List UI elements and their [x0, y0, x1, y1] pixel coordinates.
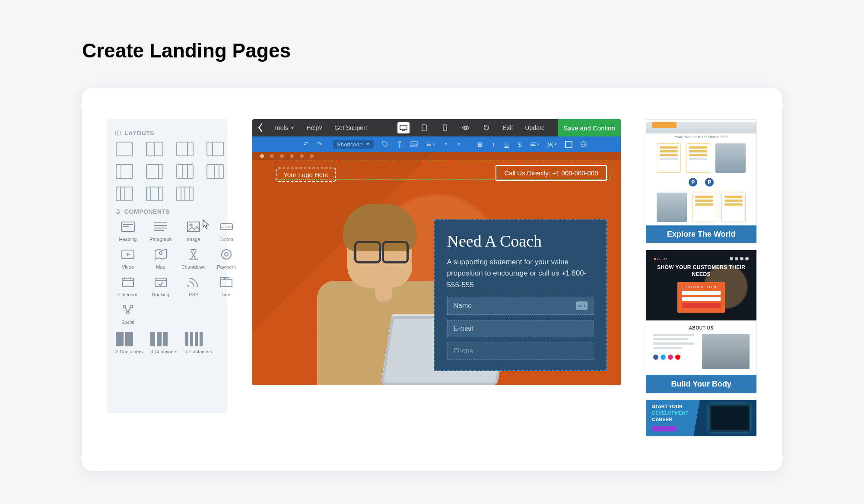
undo-icon[interactable]: ↶ — [303, 139, 309, 149]
component-countdown[interactable]: Countdown — [181, 248, 206, 269]
row-controls-strip[interactable] — [252, 152, 621, 160]
anchor-icon[interactable] — [397, 139, 403, 149]
svg-point-16 — [225, 253, 228, 256]
phone-field[interactable]: Phone — [447, 342, 594, 360]
device-mobile-icon[interactable] — [439, 122, 451, 133]
history-icon[interactable] — [480, 122, 492, 133]
layout-option-0[interactable] — [116, 142, 133, 156]
component-heading[interactable]: Heading — [116, 220, 140, 242]
template-dev-career[interactable]: START YOUR DEVELOPMENT CAREER — [646, 399, 757, 437]
component-payment[interactable]: Payment — [214, 248, 238, 269]
chevron-left-icon[interactable] — [257, 123, 264, 133]
component-rss[interactable]: RSS — [181, 276, 206, 297]
elements-panel: LAYOUTS COMPONENTS HeadingParagraphImage… — [107, 119, 227, 413]
template-explore-world[interactable]: Your Product Presented In One PP Explore… — [646, 119, 757, 244]
update-button[interactable]: Update — [523, 124, 546, 131]
component-paragraph[interactable]: Paragraph — [149, 220, 173, 242]
layout-option-6[interactable] — [176, 164, 194, 179]
svg-point-36 — [413, 143, 414, 144]
name-field[interactable]: Name — [447, 297, 594, 315]
svg-point-14 — [159, 252, 162, 254]
svg-point-41 — [426, 144, 427, 145]
editor-canvas[interactable]: Your Logo Here Call Us Directly: +1 000-… — [252, 152, 621, 385]
template2-heading: SHOW YOUR CUSTOMERS THEIR NEEDS — [651, 264, 751, 278]
page-editor: Tools▼ Help? Get Support Exit Update Sav… — [252, 119, 621, 385]
container-3[interactable]: 3 Containers — [150, 332, 177, 354]
content-card: LAYOUTS COMPONENTS HeadingParagraphImage… — [82, 88, 782, 471]
layout-option-9[interactable] — [146, 187, 163, 201]
preview-icon[interactable] — [460, 122, 472, 133]
layout-option-8[interactable] — [116, 187, 133, 201]
component-image[interactable]: Image — [181, 220, 206, 242]
page-title: Create Landing Pages — [82, 39, 782, 62]
component-button[interactable]: BUTTONButton — [214, 220, 238, 242]
container-4[interactable]: 4 Containers — [185, 332, 212, 354]
save-confirm-button[interactable]: Save and Confirm — [558, 119, 620, 136]
templates-column: Your Product Presented In One PP Explore… — [646, 119, 757, 437]
template1-footer: Explore The World — [646, 225, 756, 243]
redo-icon[interactable]: ↷ — [317, 139, 322, 149]
logo-placeholder[interactable]: Your Logo Here — [276, 168, 336, 182]
exit-button[interactable]: Exit — [501, 124, 515, 131]
editor-menubar: Tools▼ Help? Get Support Exit Update Sav… — [252, 119, 621, 136]
svg-point-34 — [399, 141, 400, 143]
svg-point-33 — [465, 127, 467, 129]
image-icon[interactable] — [410, 139, 418, 149]
layout-option-4[interactable] — [116, 164, 133, 179]
layout-option-10[interactable] — [176, 187, 194, 201]
component-social[interactable]: Social — [116, 303, 140, 325]
italic-icon[interactable]: I — [491, 139, 496, 149]
align-icon[interactable]: ▼ — [530, 139, 540, 149]
tag-icon[interactable] — [382, 139, 389, 149]
font-size-dropdown[interactable]: ▼ — [443, 139, 449, 149]
svg-point-15 — [222, 250, 231, 259]
box-icon[interactable] — [565, 139, 572, 149]
editor-toolbar: ↶ ↷ Shortcode▼ ▼ ▼ ▼ B I U S ▼ Ж▼ — [252, 136, 621, 152]
hero-form-card[interactable]: Need A Coach A supporting statement for … — [434, 219, 607, 371]
device-desktop-icon[interactable] — [397, 122, 410, 133]
strikethrough-icon[interactable]: S — [517, 139, 523, 149]
layouts-section-header: LAYOUTS — [115, 130, 221, 136]
device-tablet-icon[interactable] — [418, 122, 430, 133]
monitor-icon — [709, 404, 750, 432]
containers-row: 2 Containers3 Containers4 Containers — [116, 332, 221, 354]
component-map[interactable]: Map — [149, 248, 173, 269]
line-height-icon[interactable]: Ж▼ — [548, 139, 557, 149]
hero-person-graphic — [278, 208, 460, 385]
template-build-body[interactable]: ■ LOGO SHOW YOUR CUSTOMERS THEIR NEEDS F… — [646, 250, 757, 393]
layout-option-5[interactable] — [146, 164, 163, 179]
layout-option-3[interactable] — [206, 142, 224, 156]
underline-icon[interactable]: U — [504, 139, 509, 149]
svg-point-42 — [426, 145, 427, 146]
hero-title: Need A Coach — [447, 231, 594, 250]
list-icon[interactable]: ▼ — [426, 139, 435, 149]
hero-subtext: A supporting statement for your value pr… — [447, 257, 594, 291]
call-us-button[interactable]: Call Us Directly: +1 000-000-000 — [496, 165, 607, 181]
email-field[interactable]: E-mail — [447, 320, 594, 337]
layout-option-2[interactable] — [176, 142, 194, 156]
template2-about: ABOUT US — [653, 326, 750, 330]
layout-option-1[interactable] — [146, 142, 163, 156]
container-2[interactable]: 2 Containers — [116, 332, 143, 354]
svg-rect-17 — [122, 278, 133, 287]
template1-tagline: Your Product Presented In One — [646, 133, 756, 140]
svg-rect-32 — [443, 125, 447, 131]
font-family-dropdown[interactable]: ▼ — [457, 139, 462, 149]
bold-icon[interactable]: B — [477, 139, 483, 149]
components-section-header: COMPONENTS — [115, 208, 221, 215]
help-menu[interactable]: Help? — [305, 124, 324, 131]
field-handle-icon[interactable] — [576, 301, 588, 310]
component-tabs[interactable]: Tabs — [214, 276, 238, 297]
svg-point-10 — [190, 224, 192, 226]
shortcode-dropdown[interactable]: Shortcode▼ — [333, 140, 374, 149]
layout-option-7[interactable] — [206, 164, 224, 179]
svg-rect-31 — [422, 125, 426, 131]
tools-menu[interactable]: Tools▼ — [272, 124, 296, 131]
component-video[interactable]: Video — [116, 248, 140, 269]
component-booking[interactable]: Booking — [149, 276, 173, 297]
template2-footer: Build Your Body — [646, 375, 756, 393]
get-support-link[interactable]: Get Support — [333, 124, 369, 131]
template2-form: FILL OUT THE FORM — [677, 282, 725, 313]
component-calendar[interactable]: Calendar — [116, 276, 140, 297]
globe-icon[interactable] — [580, 139, 587, 149]
